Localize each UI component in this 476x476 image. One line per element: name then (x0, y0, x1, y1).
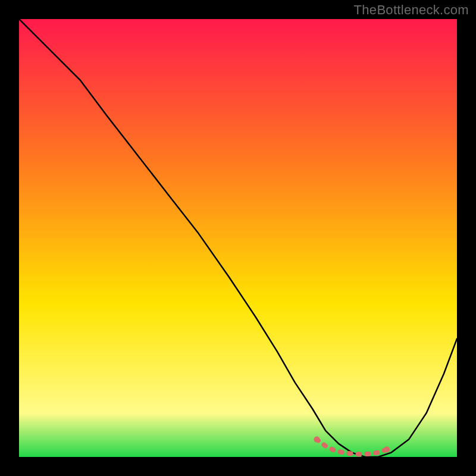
svg-point-1 (384, 447, 390, 453)
chart-stage: TheBottleneck.com (0, 0, 476, 476)
watermark: TheBottleneck.com (354, 2, 469, 18)
svg-point-0 (314, 437, 320, 443)
heat-gradient-background (19, 19, 457, 457)
bottleneck-chart (0, 0, 476, 476)
